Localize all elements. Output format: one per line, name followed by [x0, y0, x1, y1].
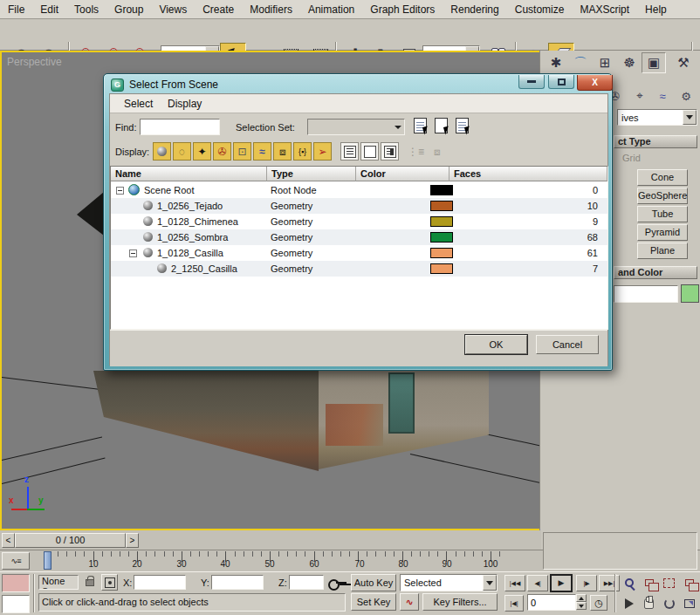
selection-set-dropdown[interactable]: [307, 119, 405, 135]
table-row[interactable]: 2_1250_Casilla Geometry 7: [111, 261, 608, 277]
tab-display[interactable]: ▣: [642, 52, 666, 73]
column-header-faces[interactable]: Faces: [450, 167, 607, 181]
display-helpers-toggle[interactable]: ⊡: [233, 142, 251, 161]
play-button[interactable]: ▶: [550, 574, 573, 592]
display-bones-toggle[interactable]: ➢: [313, 142, 332, 161]
display-space-warps-toggle[interactable]: ≈: [253, 142, 271, 161]
tab-modify[interactable]: ⌒: [568, 52, 593, 73]
display-cameras-toggle[interactable]: ✇: [213, 142, 231, 161]
cone-button[interactable]: Cone: [637, 169, 688, 186]
plane-button[interactable]: Plane: [637, 243, 688, 259]
selection-lock-toggle[interactable]: [86, 576, 94, 586]
display-shapes-toggle[interactable]: ◌: [173, 142, 191, 161]
pan-button[interactable]: [640, 595, 658, 612]
tab-hierarchy[interactable]: ⊞: [593, 52, 617, 73]
mini-curve-editor-button[interactable]: ∿≡: [2, 552, 30, 570]
go-to-end-button[interactable]: ▶▶|: [599, 575, 620, 591]
absolute-offset-toggle[interactable]: [101, 574, 118, 591]
table-row[interactable]: 1_0128_Casilla Geometry 61: [111, 245, 608, 261]
time-slider-prev-button[interactable]: <: [2, 533, 15, 548]
key-filters-button[interactable]: Key Filters...: [422, 593, 498, 611]
menu-customize[interactable]: Customize: [507, 1, 573, 18]
table-row[interactable]: 1_0256_Sombra Geometry 68: [111, 229, 608, 245]
tab-create[interactable]: ✱: [544, 52, 568, 73]
table-row[interactable]: Scene Root Root Node 0: [111, 182, 608, 198]
tab-utilities[interactable]: ⚒: [671, 52, 696, 73]
display-lights-toggle[interactable]: ✦: [193, 142, 211, 161]
dialog-title-bar[interactable]: G Select From Scene: [111, 77, 218, 92]
column-header-color[interactable]: Color: [356, 167, 450, 181]
time-slider-value[interactable]: 0 / 100: [15, 533, 126, 548]
orbit-button[interactable]: [660, 595, 678, 612]
z-coordinate-input[interactable]: [289, 575, 324, 590]
select-all-button[interactable]: [414, 118, 427, 133]
frame-spinner[interactable]: [576, 594, 587, 611]
x-coordinate-input[interactable]: [134, 575, 186, 590]
column-header-type[interactable]: Type: [267, 167, 356, 181]
dialog-menu-select[interactable]: Select: [124, 98, 153, 110]
object-type-rollout[interactable]: ct Type: [614, 135, 697, 148]
cancel-button[interactable]: Cancel: [536, 335, 599, 354]
collapse-expander-icon[interactable]: [129, 249, 137, 257]
zoom-extents-button[interactable]: [660, 574, 678, 591]
display-geometry-toggle[interactable]: [153, 142, 171, 161]
object-color-swatch[interactable]: [681, 284, 699, 303]
key-mode-toggle-button[interactable]: |◀|: [504, 595, 524, 612]
primitive-category-dropdown[interactable]: ives: [617, 109, 697, 126]
name-and-color-rollout[interactable]: and Color: [614, 266, 697, 279]
track-bar-frame-handle[interactable]: [44, 551, 51, 570]
display-xrefs-toggle[interactable]: {▪}: [293, 142, 312, 161]
track-bar-ruler[interactable]: 0 10 20 30 40 50 60 70 80 90 100: [31, 551, 507, 571]
column-header-name[interactable]: Name: [111, 167, 267, 181]
maximize-button[interactable]: [548, 75, 574, 89]
field-of-view-button[interactable]: [620, 595, 638, 612]
menu-modifiers[interactable]: Modifiers: [242, 1, 300, 18]
dialog-menu-display[interactable]: Display: [168, 98, 202, 110]
display-none-button[interactable]: [360, 142, 379, 161]
tube-button[interactable]: Tube: [637, 206, 688, 222]
category-space-warps[interactable]: ≈: [652, 87, 673, 105]
category-helpers[interactable]: ⌖: [629, 87, 650, 105]
time-slider-next-button[interactable]: >: [126, 533, 139, 548]
menu-animation[interactable]: Animation: [300, 1, 362, 18]
collapse-expander-icon[interactable]: [116, 187, 124, 195]
dropdown-arrow-icon[interactable]: [483, 575, 497, 591]
menu-edit[interactable]: Edit: [32, 1, 66, 18]
auto-key-button[interactable]: Auto Key: [351, 574, 396, 591]
zoom-button[interactable]: [620, 574, 638, 591]
maxscript-mini-listener-pink[interactable]: [2, 574, 30, 592]
table-row[interactable]: 1_0128_Chimenea Geometry 9: [111, 214, 608, 229]
menu-views[interactable]: Views: [151, 1, 195, 18]
key-mode-dropdown[interactable]: Selected: [400, 574, 498, 591]
menu-help[interactable]: Help: [637, 1, 675, 18]
menu-maxscript[interactable]: MAXScript: [572, 1, 637, 18]
display-groups-toggle[interactable]: ⧈: [273, 142, 292, 161]
tab-motion[interactable]: ☸: [617, 52, 642, 73]
default-in-out-tangents-button[interactable]: ∿: [400, 593, 419, 611]
menu-file[interactable]: File: [0, 1, 32, 18]
display-all-button[interactable]: [340, 142, 359, 161]
find-input[interactable]: [140, 119, 220, 135]
dropdown-arrow-icon[interactable]: [683, 110, 697, 125]
table-row[interactable]: 1_0256_Tejado Geometry 10: [111, 198, 608, 214]
pyramid-button[interactable]: Pyramid: [637, 224, 688, 241]
zoom-all-button[interactable]: [640, 574, 658, 591]
next-frame-button[interactable]: |▶: [576, 575, 597, 591]
category-systems[interactable]: ⚙: [676, 87, 697, 105]
ok-button[interactable]: OK: [465, 335, 527, 354]
close-button[interactable]: X: [577, 75, 613, 91]
set-key-button[interactable]: Set Key: [351, 593, 396, 611]
select-none-button[interactable]: [435, 118, 448, 133]
current-frame-input[interactable]: [527, 594, 576, 611]
go-to-start-button[interactable]: |◀◀: [504, 575, 525, 591]
geosphere-button[interactable]: GeoSphere: [637, 188, 688, 204]
menu-create[interactable]: Create: [195, 1, 242, 18]
maximize-viewport-toggle[interactable]: [680, 595, 698, 612]
keyboard-shortcut-key-icon[interactable]: [328, 579, 347, 588]
y-coordinate-input[interactable]: [211, 575, 264, 590]
object-name-field[interactable]: [614, 285, 678, 303]
minimize-button[interactable]: [518, 75, 545, 89]
menu-group[interactable]: Group: [106, 1, 151, 18]
menu-rendering[interactable]: Rendering: [443, 1, 506, 18]
time-configuration-button[interactable]: ◷: [590, 595, 607, 611]
